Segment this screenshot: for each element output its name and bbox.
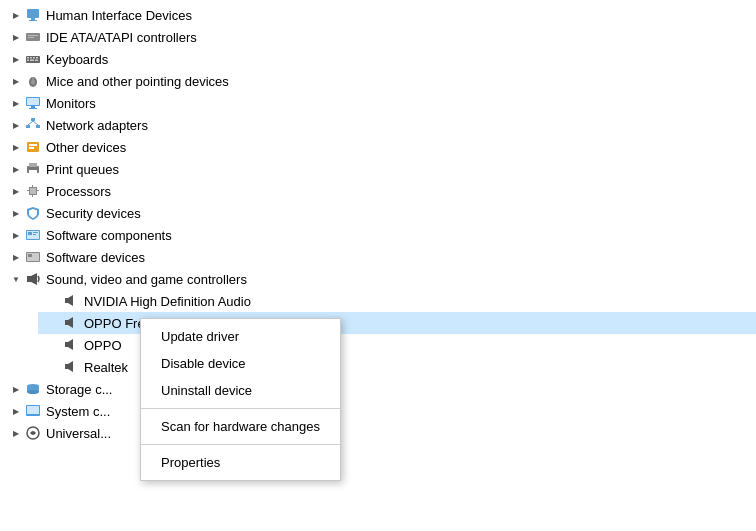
label-nvidia-audio: NVIDIA High Definition Audio (84, 294, 756, 309)
tree-item-other-devices[interactable]: Other devices (0, 136, 756, 158)
icon-human-interface (24, 6, 42, 24)
expander-print-queues[interactable] (8, 161, 24, 177)
icon-storage (24, 380, 42, 398)
icon-print-queues (24, 160, 42, 178)
svg-rect-12 (30, 60, 34, 62)
svg-marker-51 (68, 317, 73, 328)
svg-rect-18 (27, 98, 39, 105)
tree-item-keyboards[interactable]: Keyboards (0, 48, 756, 70)
expander-sound[interactable] (8, 271, 24, 287)
svg-rect-52 (65, 342, 68, 347)
context-menu-update-driver[interactable]: Update driver (141, 323, 340, 350)
icon-universal (24, 424, 42, 442)
icon-mice (24, 72, 42, 90)
svg-rect-34 (32, 185, 33, 187)
expander-ide-ata[interactable] (8, 29, 24, 45)
tree-item-universal[interactable]: Universal... (0, 422, 756, 444)
expander-processors[interactable] (8, 183, 24, 199)
expander-security-devices[interactable] (8, 205, 24, 221)
tree-item-print-queues[interactable]: Print queues (0, 158, 756, 180)
svg-rect-23 (36, 125, 40, 128)
label-ide-ata: IDE ATA/ATAPI controllers (46, 30, 756, 45)
context-menu-separator-2 (141, 444, 340, 445)
icon-network (24, 116, 42, 134)
context-menu-update-driver-label: Update driver (161, 329, 239, 344)
expander-software-components[interactable] (8, 227, 24, 243)
svg-rect-54 (65, 364, 68, 369)
device-manager-tree: Human Interface Devices IDE ATA/ATAPI co… (0, 0, 756, 448)
icon-nvidia-audio (62, 292, 80, 310)
tree-item-nvidia-audio[interactable]: NVIDIA High Definition Audio (38, 290, 756, 312)
expander-software-devices[interactable] (8, 249, 24, 265)
icon-other-devices (24, 138, 42, 156)
icon-sound (24, 270, 42, 288)
tree-item-storage[interactable]: Storage c... (0, 378, 756, 400)
svg-rect-46 (27, 276, 31, 282)
svg-rect-48 (65, 298, 68, 303)
svg-rect-4 (28, 35, 38, 36)
label-other-devices: Other devices (46, 140, 756, 155)
svg-rect-8 (30, 57, 32, 59)
svg-rect-22 (26, 125, 30, 128)
label-network: Network adapters (46, 118, 756, 133)
label-monitors: Monitors (46, 96, 756, 111)
label-processors: Processors (46, 184, 756, 199)
tree-item-ide-ata[interactable]: IDE ATA/ATAPI controllers (0, 26, 756, 48)
svg-rect-9 (33, 57, 35, 59)
svg-rect-0 (27, 9, 39, 18)
label-software-devices: Software devices (46, 250, 756, 265)
expander-other-devices[interactable] (8, 139, 24, 155)
tree-item-security-devices[interactable]: Security devices (0, 202, 756, 224)
svg-rect-31 (29, 170, 37, 174)
context-menu-scan-changes[interactable]: Scan for hardware changes (141, 413, 340, 440)
svg-point-58 (27, 390, 39, 394)
svg-rect-19 (31, 106, 35, 108)
context-menu: Update driver Disable device Uninstall d… (140, 318, 341, 481)
expander-system[interactable] (8, 403, 24, 419)
tree-item-network[interactable]: Network adapters (0, 114, 756, 136)
svg-rect-41 (33, 232, 38, 233)
tree-item-processors[interactable]: Processors (0, 180, 756, 202)
svg-rect-30 (29, 163, 37, 167)
svg-rect-45 (28, 254, 32, 257)
svg-marker-47 (31, 273, 37, 285)
svg-rect-5 (28, 37, 34, 38)
tree-item-system[interactable]: System c... (0, 400, 756, 422)
expander-mice[interactable] (8, 73, 24, 89)
icon-software-components (24, 226, 42, 244)
context-menu-disable-device[interactable]: Disable device (141, 350, 340, 377)
icon-system (24, 402, 42, 420)
context-menu-disable-device-label: Disable device (161, 356, 246, 371)
tree-item-mice[interactable]: Mice and other pointing devices (0, 70, 756, 92)
expander-universal[interactable] (8, 425, 24, 441)
expander-monitors[interactable] (8, 95, 24, 111)
icon-oppo-free-buds (62, 314, 80, 332)
context-menu-uninstall-device[interactable]: Uninstall device (141, 377, 340, 404)
svg-marker-55 (68, 361, 73, 372)
icon-oppo2 (62, 336, 80, 354)
label-print-queues: Print queues (46, 162, 756, 177)
svg-rect-50 (65, 320, 68, 325)
svg-rect-60 (27, 406, 39, 414)
label-sound: Sound, video and game controllers (46, 272, 756, 287)
expander-human-interface[interactable] (8, 7, 24, 23)
tree-item-monitors[interactable]: Monitors (0, 92, 756, 114)
expander-keyboards[interactable] (8, 51, 24, 67)
tree-item-software-devices[interactable]: Software devices (0, 246, 756, 268)
expander-storage[interactable] (8, 381, 24, 397)
svg-rect-2 (29, 20, 37, 21)
svg-line-24 (28, 121, 33, 125)
svg-rect-27 (29, 144, 37, 146)
icon-ide-ata (24, 28, 42, 46)
tree-item-sound[interactable]: Sound, video and game controllers (0, 268, 756, 290)
expander-network[interactable] (8, 117, 24, 133)
svg-rect-36 (27, 190, 29, 191)
tree-item-human-interface[interactable]: Human Interface Devices (0, 4, 756, 26)
tree-item-software-components[interactable]: Software components (0, 224, 756, 246)
icon-monitors (24, 94, 42, 112)
context-menu-properties[interactable]: Properties (141, 449, 340, 476)
svg-rect-61 (29, 415, 37, 416)
icon-realtek (62, 358, 80, 376)
svg-marker-49 (68, 295, 73, 306)
sound-children: NVIDIA High Definition Audio OPPO Free B… (0, 290, 756, 378)
